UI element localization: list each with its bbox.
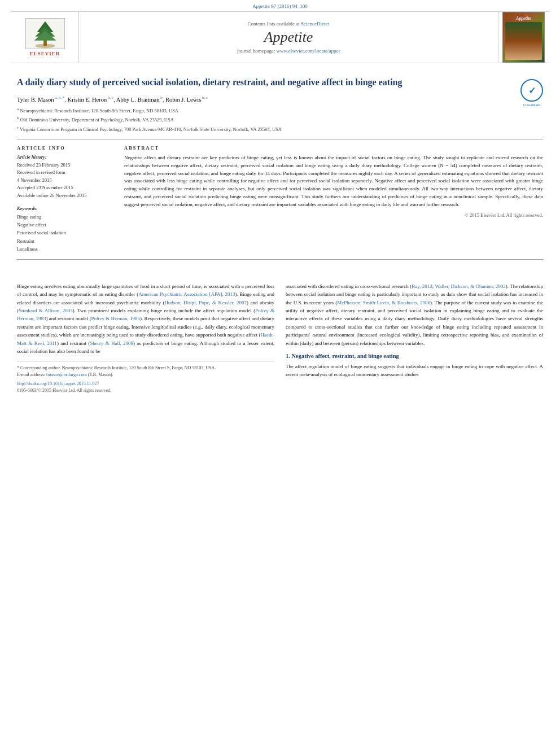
received-date: Received 23 February 2015 xyxy=(17,161,113,169)
ref-apa[interactable]: American Psychiatric Association [APA], … xyxy=(138,291,235,297)
corresponding-note: * Corresponding author. Neuropsychiatric… xyxy=(17,365,274,372)
article-content: ✓ CrossMark A daily diary study of perce… xyxy=(0,63,560,274)
abstract-header: ABSTRACT xyxy=(124,145,543,151)
elsevier-logo: ELSEVIER xyxy=(25,18,65,56)
history-section: Article history: Received 23 February 20… xyxy=(17,154,113,200)
article-info-col: ARTICLE INFO Article history: Received 2… xyxy=(17,145,113,254)
banner-center: Contents lists available at ScienceDirec… xyxy=(79,12,498,63)
contents-label: Contents lists available at xyxy=(248,21,300,27)
body-section: Binge eating involves eating abnormally … xyxy=(0,282,560,395)
keyword-restraint: Restraint xyxy=(17,237,113,245)
article-title: A daily diary study of perceived social … xyxy=(17,76,543,89)
section1-para1: The affect regulation model of binge eat… xyxy=(286,362,543,379)
homepage-line: journal homepage: www.elsevier.com/locat… xyxy=(237,48,340,54)
journal-citation: Appetite 97 (2016) 94–100 xyxy=(0,0,560,11)
author-lewis: Robin J. Lewis xyxy=(165,97,201,103)
crossmark-icon: ✓ xyxy=(520,79,543,102)
ref-waller[interactable]: Waller, Dickson, & Ohanian, 2002 xyxy=(435,283,505,289)
authors-line: Tyler B. Mason a, b, *, Kristin E. Heron… xyxy=(17,95,543,103)
ref-stunkard[interactable]: Stunkard & Allison, 2003 xyxy=(19,308,73,313)
keyword-loneliness: Loneliness xyxy=(17,245,113,253)
author-heron: Kristin E. Heron xyxy=(68,97,107,103)
cover-image-area xyxy=(505,22,542,60)
sciencedirect-link[interactable]: ScienceDirect xyxy=(301,21,329,27)
ref-haedt[interactable]: Haedt-Matt & Keel, 2011 xyxy=(17,332,274,346)
section1-title: 1. Negative affect, restraint, and binge… xyxy=(286,353,543,359)
article-info-header: ARTICLE INFO xyxy=(17,145,113,151)
svg-point-5 xyxy=(35,43,55,48)
author-mason: Tyler B. Mason xyxy=(17,97,54,103)
affil-a-text: Neuropsychiatric Research Institute, 120… xyxy=(20,108,178,113)
elsevier-tree-logo xyxy=(25,18,65,49)
keywords-label: Keywords: xyxy=(17,206,113,211)
homepage-url[interactable]: www.elsevier.com/locate/appet xyxy=(277,48,340,54)
journal-banner: ELSEVIER Contents lists available at Sci… xyxy=(11,11,549,63)
footnote-area: * Corresponding author. Neuropsychiatric… xyxy=(17,361,274,394)
body-two-col: Binge eating involves eating abnormally … xyxy=(17,282,543,395)
banner-right: Appetite xyxy=(498,12,549,63)
body-text-left: Binge eating involves eating abnormally … xyxy=(17,282,274,356)
body-para-right-1: associated with disordered eating in cro… xyxy=(286,282,543,347)
affil-b: b Old Dominion University, Department of… xyxy=(17,115,543,124)
title-row: ✓ CrossMark A daily diary study of perce… xyxy=(17,76,543,89)
copyright-line: © 2015 Elsevier Ltd. All rights reserved… xyxy=(124,212,543,218)
email-label: E-mail address: xyxy=(17,372,45,377)
body-col-right: associated with disordered eating in cro… xyxy=(286,282,543,395)
ref-ray[interactable]: Ray, 2012 xyxy=(412,283,432,289)
journal-cover-image: Appetite xyxy=(502,12,545,63)
divider-1 xyxy=(17,139,543,139)
sciencedirect-line: Contents lists available at ScienceDirec… xyxy=(248,21,330,27)
email-line: E-mail address: tmason@nrifargo.com (T.B… xyxy=(17,372,274,378)
body-text-section1: The affect regulation model of binge eat… xyxy=(286,362,543,379)
abstract-text: Negative affect and dietary restraint ar… xyxy=(124,154,543,209)
received-revised-label: Received in revised form xyxy=(17,169,113,177)
ref-sherry[interactable]: Sherry & Hall, 2009 xyxy=(90,340,133,346)
affil-b-text: Old Dominion University, Department of P… xyxy=(20,117,174,123)
history-label: Article history: xyxy=(17,154,113,160)
author-braitman: Abby L. Braitman xyxy=(116,97,160,103)
revised-date: 4 November 2015 xyxy=(17,177,113,185)
info-abstract-cols: ARTICLE INFO Article history: Received 2… xyxy=(17,145,543,254)
tree-svg xyxy=(26,18,64,49)
elsevier-text: ELSEVIER xyxy=(30,51,60,56)
homepage-label: journal homepage: xyxy=(237,48,275,54)
body-col-left: Binge eating involves eating abnormally … xyxy=(17,282,274,395)
affil-c-text: Virginia Consortium Program in Clinical … xyxy=(20,126,282,132)
ref-polivy85[interactable]: Polivy & Herman, 1985 xyxy=(91,316,141,321)
divider-2 xyxy=(17,259,543,260)
keyword-negative: Negative affect xyxy=(17,221,113,229)
keyword-binge: Binge eating xyxy=(17,213,113,221)
citation-text: Appetite 97 (2016) 94–100 xyxy=(252,3,308,9)
cover-title-text: Appetite xyxy=(516,16,531,21)
email-suffix: (T.B. Mason). xyxy=(88,372,113,377)
body-text-right: associated with disordered eating in cro… xyxy=(286,282,543,347)
page-wrapper: Appetite 97 (2016) 94–100 xyxy=(0,0,560,394)
ref-mcpherson[interactable]: McPherson, Smith-Lovin, & Brashears, 200… xyxy=(337,300,430,305)
affiliations-block: a Neuropsychiatric Research Institute, 1… xyxy=(17,106,543,133)
crossmark-badge[interactable]: ✓ CrossMark xyxy=(520,79,543,107)
ref-hudson[interactable]: Hudson, Hiripi, Pope, & Kessler, 2007 xyxy=(164,300,247,305)
keyword-perceived: Perceived social isolation xyxy=(17,229,113,237)
abstract-col: ABSTRACT Negative affect and dietary res… xyxy=(124,145,543,254)
journal-title-banner: Appetite xyxy=(264,29,313,46)
affil-a: a Neuropsychiatric Research Institute, 1… xyxy=(17,106,543,115)
doi-line[interactable]: http://dx.doi.org/10.1016/j.appet.2015.1… xyxy=(17,381,274,387)
issn-line: 0195-6663/© 2015 Elsevier Ltd. All right… xyxy=(17,387,274,394)
elsevier-logo-area: ELSEVIER xyxy=(11,12,79,63)
body-para-1: Binge eating involves eating abnormally … xyxy=(17,282,274,356)
email-link[interactable]: tmason@nrifargo.com xyxy=(46,372,87,377)
accepted-date: Accepted 23 November 2015 xyxy=(17,184,113,192)
affil-c: c Virginia Consortium Program in Clinica… xyxy=(17,125,543,133)
available-date: Available online 26 November 2015 xyxy=(17,192,113,200)
keywords-section: Keywords: Binge eating Negative affect P… xyxy=(17,206,113,254)
